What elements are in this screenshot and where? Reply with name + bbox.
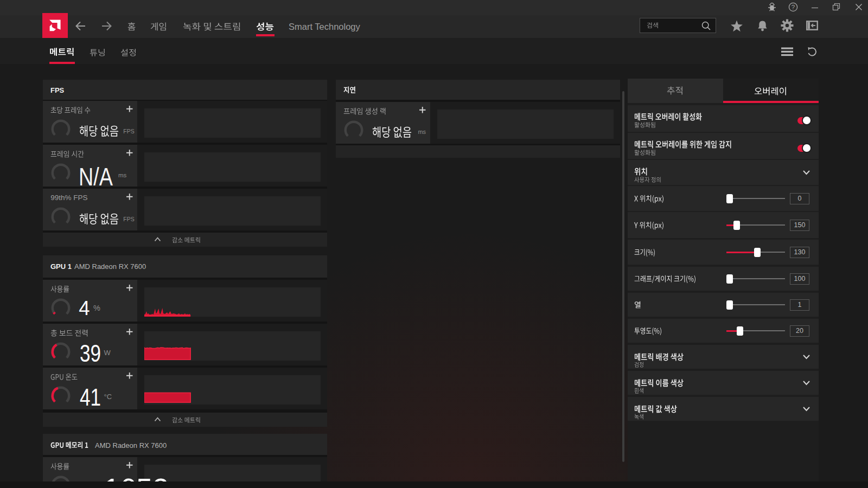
- svg-text:?: ?: [792, 4, 795, 10]
